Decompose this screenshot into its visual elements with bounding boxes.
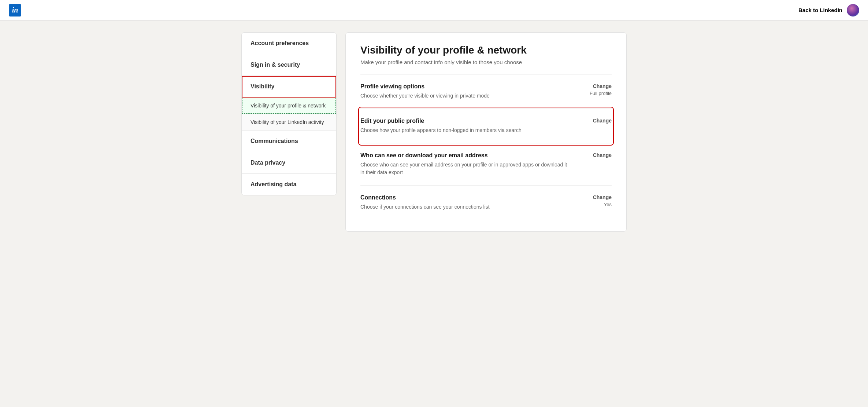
- top-header: in Back to LinkedIn: [0, 0, 868, 21]
- setting-action-profile-viewing: Change Full profile: [582, 83, 612, 96]
- setting-row-edit-public-profile: Edit your public profile Choose how your…: [360, 109, 612, 143]
- setting-title-connections: Connections: [360, 194, 568, 201]
- setting-row-email-address: Who can see or download your email addre…: [360, 143, 612, 186]
- setting-row-connections: Connections Choose if your connections c…: [360, 186, 612, 220]
- page-subtitle: Make your profile and contact info only …: [360, 59, 612, 65]
- setting-action-edit-public-profile: Change: [582, 118, 612, 125]
- setting-title-email-address: Who can see or download your email addre…: [360, 152, 568, 159]
- sidebar-item-sign-in-security[interactable]: Sign in & security: [242, 54, 336, 76]
- back-to-linkedin-link[interactable]: Back to LinkedIn: [798, 7, 842, 13]
- main-content: Visibility of your profile & network Mak…: [345, 32, 627, 232]
- sidebar-sub-item-visibility-profile-network[interactable]: Visibility of your profile & network: [242, 98, 336, 114]
- setting-desc-edit-public-profile: Choose how your profile appears to non-l…: [360, 126, 568, 134]
- setting-desc-profile-viewing: Choose whether you're visible or viewing…: [360, 92, 568, 100]
- sidebar-item-data-privacy[interactable]: Data privacy: [242, 152, 336, 174]
- change-link-email-address[interactable]: Change: [593, 152, 612, 158]
- sidebar-sub-item-visibility-linkedin-activity[interactable]: Visibility of your LinkedIn activity: [242, 114, 336, 131]
- sidebar-item-advertising-data[interactable]: Advertising data: [242, 174, 336, 195]
- avatar[interactable]: [847, 4, 859, 16]
- linkedin-logo[interactable]: in: [9, 4, 21, 16]
- header-left: in: [9, 4, 21, 16]
- setting-value-connections: Yes: [604, 202, 612, 207]
- setting-desc-connections: Choose if your connections can see your …: [360, 203, 568, 211]
- change-link-edit-public-profile[interactable]: Change: [593, 118, 612, 124]
- setting-info-email-address: Who can see or download your email addre…: [360, 152, 582, 176]
- change-link-profile-viewing[interactable]: Change: [593, 83, 612, 89]
- setting-info-connections: Connections Choose if your connections c…: [360, 194, 582, 211]
- setting-title-profile-viewing: Profile viewing options: [360, 83, 568, 90]
- main-container: Account preferences Sign in & security V…: [233, 21, 635, 243]
- sidebar: Account preferences Sign in & security V…: [241, 32, 337, 195]
- setting-action-connections: Change Yes: [582, 194, 612, 207]
- sidebar-item-account-preferences[interactable]: Account preferences: [242, 33, 336, 54]
- setting-info-edit-public-profile: Edit your public profile Choose how your…: [360, 118, 582, 134]
- setting-title-edit-public-profile: Edit your public profile: [360, 118, 568, 124]
- setting-desc-email-address: Choose who can see your email address on…: [360, 161, 568, 176]
- page-title: Visibility of your profile & network: [360, 44, 612, 56]
- sidebar-item-communications[interactable]: Communications: [242, 131, 336, 152]
- avatar-image: [847, 4, 859, 16]
- setting-value-profile-viewing: Full profile: [590, 91, 612, 96]
- setting-row-profile-viewing-options: Profile viewing options Choose whether y…: [360, 74, 612, 109]
- change-link-connections[interactable]: Change: [593, 194, 612, 200]
- setting-action-email-address: Change: [582, 152, 612, 160]
- setting-info-profile-viewing: Profile viewing options Choose whether y…: [360, 83, 582, 100]
- sidebar-item-visibility[interactable]: Visibility: [242, 76, 336, 98]
- header-right: Back to LinkedIn: [798, 4, 859, 16]
